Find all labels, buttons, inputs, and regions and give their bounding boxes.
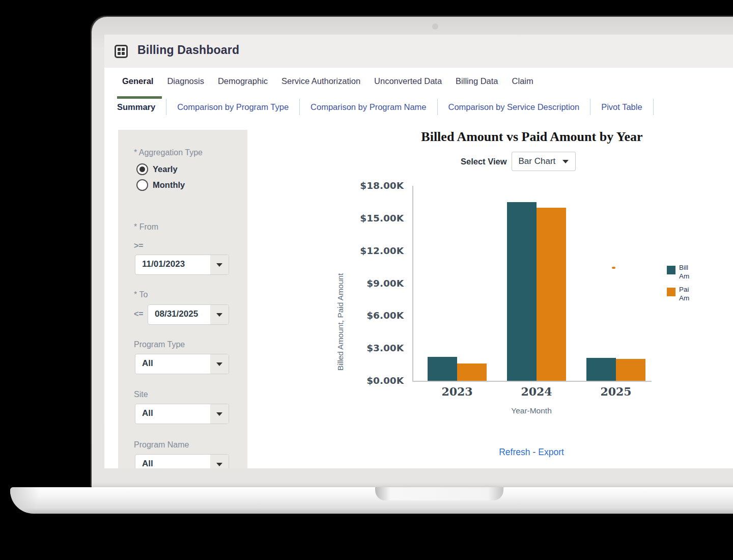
y-tick-label: $3.00K bbox=[366, 343, 404, 353]
bar-billed-amount-2023[interactable] bbox=[428, 357, 457, 381]
bar-paid-amount-2025[interactable] bbox=[616, 359, 645, 381]
apps-grid-icon[interactable] bbox=[115, 45, 128, 58]
page-background: Billing Dashboard GeneralDiagnosisDemogr… bbox=[0, 0, 733, 560]
bar-paid-amount-2023[interactable] bbox=[457, 363, 487, 381]
radio-selected-icon bbox=[136, 163, 148, 175]
chevron-down-icon bbox=[210, 354, 229, 374]
y-tick-label: $18.00K bbox=[360, 180, 404, 191]
program-type-dropdown[interactable]: All bbox=[135, 354, 229, 374]
main-tabs: GeneralDiagnosisDemographicService Autho… bbox=[122, 68, 533, 94]
x-tick-label-2024: 2024 bbox=[501, 385, 572, 398]
select-view-control: Select View Bar Chart bbox=[461, 152, 576, 171]
legend-swatch bbox=[667, 288, 675, 296]
to-label: * To bbox=[134, 290, 148, 299]
legend-swatch bbox=[667, 266, 675, 274]
stray-orange-mark bbox=[612, 267, 615, 269]
chevron-down-icon bbox=[210, 255, 229, 274]
subtab-pivot-table[interactable]: Pivot Table bbox=[590, 95, 653, 119]
from-label: * From bbox=[134, 222, 158, 232]
chevron-down-icon bbox=[210, 404, 229, 424]
x-axis-label: Year-Month bbox=[412, 406, 651, 415]
radio-monthly[interactable]: Monthly bbox=[136, 179, 185, 191]
site-label: Site bbox=[134, 390, 148, 399]
from-date-dropdown[interactable]: 11/01/2023 bbox=[135, 255, 229, 275]
filters-sidebar: * Aggregation Type Yearly Monthly * From… bbox=[118, 130, 247, 468]
tab-unconverted-data[interactable]: Unconverted Data bbox=[374, 76, 442, 86]
to-date-dropdown[interactable]: 08/31/2025 bbox=[148, 304, 229, 325]
y-tick-label: $12.00K bbox=[360, 245, 404, 256]
bar-paid-amount-2024[interactable] bbox=[537, 208, 566, 381]
program-type-label: Program Type bbox=[134, 340, 185, 349]
laptop-base bbox=[10, 487, 733, 514]
aggregation-type-label: * Aggregation Type bbox=[134, 148, 203, 157]
tab-demographic[interactable]: Demographic bbox=[218, 76, 268, 86]
radio-unselected-icon bbox=[136, 179, 148, 191]
y-tick-label: $0.00K bbox=[366, 375, 404, 386]
webcam-dot bbox=[432, 23, 438, 30]
chevron-down-icon bbox=[210, 305, 229, 324]
select-view-dropdown[interactable]: Bar Chart bbox=[512, 152, 576, 171]
from-operator: >= bbox=[134, 241, 144, 250]
sub-tabs: SummaryComparison by Program TypeCompari… bbox=[117, 94, 654, 120]
plot-area: 202320242025 bbox=[412, 186, 652, 382]
tab-billing-data[interactable]: Billing Data bbox=[456, 76, 498, 86]
app-header: Billing Dashboard bbox=[104, 35, 733, 68]
export-link[interactable]: Export bbox=[538, 447, 564, 457]
chevron-down-icon bbox=[562, 160, 569, 163]
legend-item-billed-amount[interactable]: BillAm bbox=[667, 264, 693, 281]
y-tick-label: $9.00K bbox=[366, 278, 404, 289]
tab-claim[interactable]: Claim bbox=[512, 76, 533, 86]
site-dropdown[interactable]: All bbox=[135, 404, 229, 424]
chart-actions: Refresh-Export bbox=[412, 447, 651, 458]
chart-title: Billed Amount vs Paid Amount by Year bbox=[379, 129, 685, 145]
legend-label: PaiAm bbox=[679, 286, 693, 303]
subtab-comparison-by-program-type[interactable]: Comparison by Program Type bbox=[166, 95, 299, 119]
chart-legend: BillAmPaiAm bbox=[667, 264, 693, 303]
laptop-base-notch bbox=[375, 487, 503, 500]
subtab-summary[interactable]: Summary bbox=[117, 95, 166, 119]
legend-item-paid-amount[interactable]: PaiAm bbox=[667, 286, 693, 303]
y-tick-label: $15.00K bbox=[360, 213, 404, 223]
tab-service-authorization[interactable]: Service Authorization bbox=[281, 76, 360, 86]
select-view-value: Bar Chart bbox=[519, 156, 556, 166]
tab-diagnosis[interactable]: Diagnosis bbox=[167, 76, 204, 86]
chevron-down-icon bbox=[210, 455, 229, 468]
x-tick-label-2023: 2023 bbox=[421, 385, 493, 398]
subtab-divider bbox=[653, 99, 654, 115]
y-axis-label: Billed Amount, Paid Amount bbox=[336, 203, 345, 371]
app-window: Billing Dashboard GeneralDiagnosisDemogr… bbox=[104, 35, 733, 468]
y-tick-label: $6.00K bbox=[366, 310, 404, 321]
subtab-comparison-by-program-name[interactable]: Comparison by Program Name bbox=[300, 95, 437, 119]
x-tick-label-2025: 2025 bbox=[580, 385, 652, 398]
program-name-dropdown[interactable]: All bbox=[135, 454, 229, 468]
bar-billed-amount-2025[interactable] bbox=[586, 358, 616, 381]
radio-yearly[interactable]: Yearly bbox=[136, 163, 178, 175]
program-name-label: Program Name bbox=[134, 440, 189, 450]
link-separator: - bbox=[532, 447, 535, 457]
to-operator: <= bbox=[134, 310, 144, 319]
select-view-label: Select View bbox=[461, 157, 507, 166]
page-title: Billing Dashboard bbox=[137, 43, 239, 57]
tab-general[interactable]: General bbox=[122, 76, 153, 86]
laptop-screen-frame: Billing Dashboard GeneralDiagnosisDemogr… bbox=[92, 17, 733, 488]
y-axis-ticks: $18.00K$15.00K$12.00K$9.00K$6.00K$3.00K$… bbox=[349, 186, 409, 381]
subtab-comparison-by-service-description[interactable]: Comparison by Service Description bbox=[438, 95, 590, 119]
legend-label: BillAm bbox=[679, 264, 693, 281]
refresh-link[interactable]: Refresh bbox=[499, 447, 530, 457]
bar-billed-amount-2024[interactable] bbox=[507, 202, 537, 381]
